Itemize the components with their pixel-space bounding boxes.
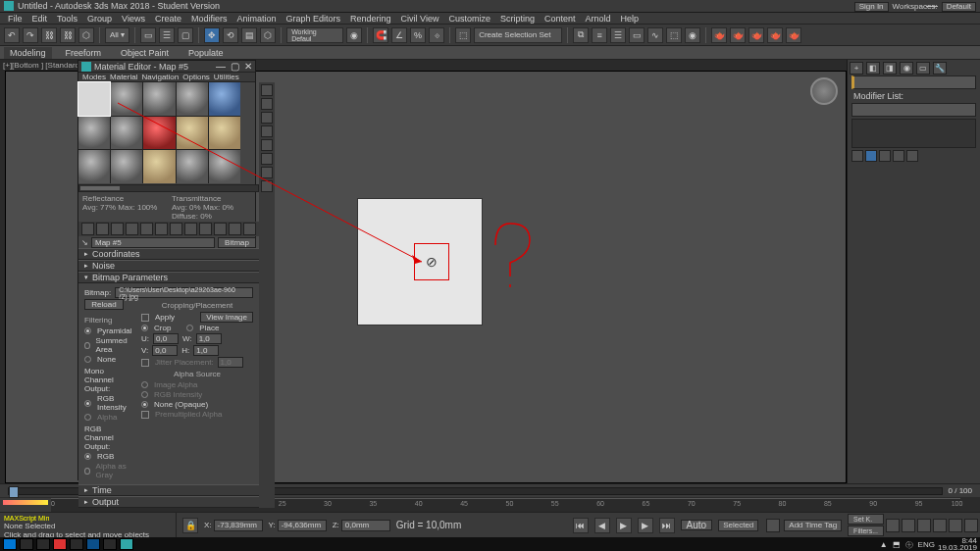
maxscript-listener[interactable]: MAXScript Min (4, 515, 172, 522)
filter-none-radio[interactable] (84, 356, 91, 363)
show-end-mat[interactable] (214, 223, 227, 235)
go-sibling[interactable] (243, 223, 256, 235)
explorer-taskbar-icon[interactable] (36, 538, 50, 550)
menu-group[interactable]: Group (83, 14, 116, 24)
remove-modifier[interactable] (893, 150, 904, 162)
taskview-button[interactable] (20, 538, 33, 550)
menu-rendering[interactable]: Rendering (346, 14, 395, 24)
sample-type[interactable] (261, 84, 273, 96)
pin-stack[interactable] (851, 150, 863, 162)
filter-summed-radio[interactable] (84, 342, 90, 349)
menu-help[interactable]: Help (616, 14, 643, 24)
rendered-frame[interactable]: 🫖 (730, 27, 746, 43)
move-button[interactable]: ✥ (204, 27, 220, 43)
utilities-tab[interactable]: 🔧 (933, 62, 947, 75)
material-slot-10[interactable] (209, 117, 240, 150)
snap-toggle[interactable]: 🧲 (373, 27, 388, 43)
rollout-bitmap-params[interactable]: Bitmap Parameters (78, 272, 259, 283)
material-slot-8[interactable] (143, 117, 175, 150)
background[interactable] (261, 112, 273, 124)
angle-snap[interactable]: ∠ (391, 27, 407, 43)
layer-explorer[interactable]: ☰ (610, 27, 626, 43)
spinner-snap[interactable]: ⟐ (429, 27, 444, 43)
schematic-view[interactable]: ⬚ (666, 27, 682, 43)
h-spinner[interactable]: 1,0 (193, 345, 219, 356)
chrome-taskbar-icon[interactable] (103, 538, 117, 550)
apply-checkbox[interactable] (141, 314, 149, 322)
v-spinner[interactable]: 0,0 (152, 345, 178, 356)
material-slot-2[interactable] (111, 82, 142, 116)
refcoord-dropdown[interactable]: Working Defaul (286, 27, 343, 43)
x-coord-field[interactable]: -73,839mm (214, 520, 263, 531)
object-name-field[interactable] (851, 75, 976, 89)
assign-to-sel[interactable] (111, 223, 124, 235)
rollout-time[interactable]: Time (78, 484, 259, 496)
make-unique-btn[interactable] (155, 223, 168, 235)
place-button[interactable]: ⬡ (260, 27, 276, 43)
photoshop-taskbar-icon[interactable] (86, 538, 100, 550)
alpha-none-radio[interactable] (141, 401, 148, 408)
isolate-toggle[interactable] (886, 519, 900, 532)
bitmap-path-field[interactable]: C:\Users\User\Desktop\a29263ae-960 (2).j… (115, 287, 253, 298)
make-copy[interactable] (140, 223, 153, 235)
set-key-button[interactable]: Set K. (848, 514, 884, 525)
select-region-button[interactable]: ▢ (178, 27, 193, 43)
system-tray[interactable]: ▲ ⬒ ㊉ ENG (880, 539, 935, 550)
yandex-taskbar-icon[interactable] (53, 538, 67, 550)
material-slot-9[interactable] (177, 117, 208, 150)
play-button[interactable]: ▶ (616, 518, 632, 533)
rollout-noise[interactable]: Noise (78, 260, 259, 272)
filter-pyramidal-radio[interactable] (84, 327, 91, 334)
goto-start[interactable]: ⏮ (573, 518, 589, 533)
menu-tools[interactable]: Tools (53, 14, 81, 24)
bind-button[interactable]: ⬡ (78, 27, 94, 43)
material-slot-7[interactable] (111, 117, 142, 150)
align-button[interactable]: ≡ (592, 27, 607, 43)
me-h-scroll[interactable] (78, 184, 259, 192)
max-viewport[interactable] (964, 519, 978, 532)
time-tag-icon[interactable] (766, 519, 780, 532)
place-radio[interactable] (186, 325, 193, 331)
get-material[interactable] (81, 223, 94, 235)
video-check[interactable] (261, 139, 273, 151)
display-tab[interactable]: ▭ (916, 62, 930, 75)
percent-snap[interactable]: % (410, 27, 426, 43)
crop-radio[interactable] (141, 325, 148, 331)
modifier-list-dropdown[interactable] (851, 103, 976, 117)
motion-tab[interactable]: ◉ (900, 62, 913, 75)
add-time-tag[interactable]: Add Time Tag (784, 520, 842, 531)
material-editor-window[interactable]: Material Editor - Map #5 — ▢ ✕ Modes Mat… (77, 60, 256, 480)
me-menu-navigation[interactable]: Navigation (141, 73, 179, 81)
hierarchy-tab[interactable]: ◨ (883, 62, 897, 75)
select-name-button[interactable]: ☰ (159, 27, 175, 43)
material-editor-button[interactable]: ◉ (685, 27, 700, 43)
orbit-view[interactable] (949, 519, 962, 532)
auto-key-button[interactable]: Auto (681, 520, 713, 530)
link-button[interactable]: ⛓ (41, 27, 57, 43)
w-spinner[interactable]: 1,0 (196, 333, 222, 344)
3dsmax-taskbar-icon[interactable] (120, 538, 133, 550)
y-coord-field[interactable]: -94,636mm (278, 520, 327, 531)
mirror-button[interactable]: ⧉ (573, 27, 589, 43)
menu-scripting[interactable]: Scripting (496, 14, 539, 24)
taskbar-clock[interactable]: 8:44 19.03.2019 (938, 537, 977, 551)
make-unique[interactable] (879, 150, 891, 162)
ribbon-tab-modeling[interactable]: Modeling (4, 47, 52, 59)
rollout-coordinates[interactable]: Coordinates (78, 248, 259, 260)
z-coord-field[interactable]: 0,0mm (341, 520, 390, 531)
menu-edit[interactable]: Edit (28, 14, 52, 24)
u-spinner[interactable]: 0,0 (153, 333, 179, 344)
signin-dropdown[interactable]: Sign In (854, 2, 889, 12)
me-titlebar[interactable]: Material Editor - Map #5 — ▢ ✕ (78, 61, 255, 73)
show-end-result[interactable] (865, 150, 877, 162)
menu-animation[interactable]: Animation (232, 14, 280, 24)
menu-grapheditors[interactable]: Graph Editors (282, 14, 344, 24)
put-to-lib[interactable] (170, 223, 182, 235)
reset-map[interactable] (126, 223, 138, 235)
me-menu-material[interactable]: Material (110, 73, 137, 81)
material-slot-1[interactable] (78, 82, 110, 116)
put-to-scene[interactable] (96, 223, 109, 235)
select-button[interactable]: ▭ (140, 27, 156, 43)
render-setup[interactable]: 🫖 (711, 27, 727, 43)
me-menu-utilities[interactable]: Utilities (214, 73, 239, 81)
